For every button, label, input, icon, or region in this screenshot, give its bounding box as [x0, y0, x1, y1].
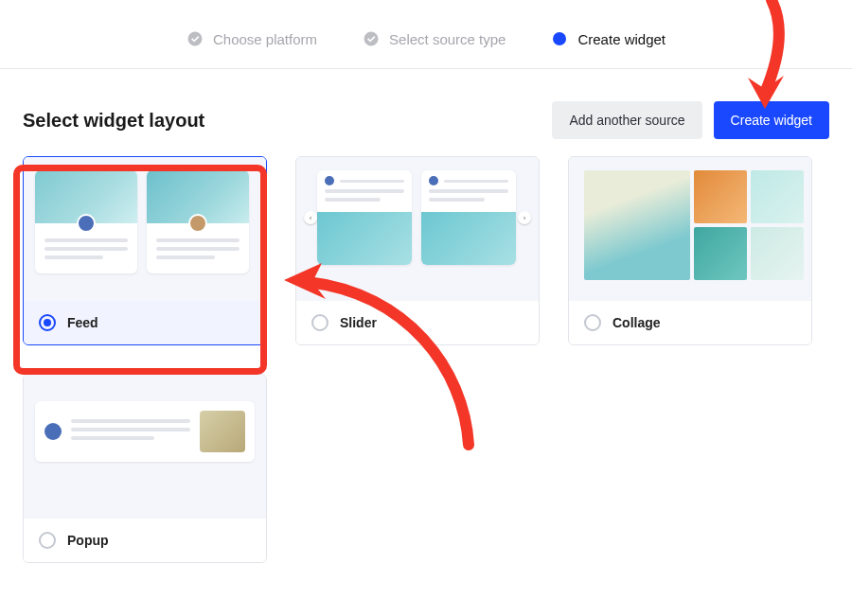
- layout-label: Slider: [340, 315, 377, 330]
- check-icon: [186, 30, 204, 47]
- create-widget-button[interactable]: Create widget: [714, 101, 829, 139]
- step-choose-platform: Choose platform: [186, 30, 317, 47]
- page-title: Select widget layout: [23, 110, 204, 132]
- layout-label: Popup: [67, 533, 109, 548]
- add-source-button[interactable]: Add another source: [552, 101, 701, 139]
- step-select-source: Select source type: [363, 30, 506, 47]
- layout-label: Feed: [67, 315, 98, 330]
- header-row: Select widget layout Add another source …: [0, 69, 852, 156]
- step-label: Create widget: [577, 31, 666, 47]
- step-label: Choose platform: [213, 31, 317, 47]
- layout-preview: ‹ ›: [296, 157, 539, 301]
- chevron-right-icon: ›: [518, 211, 531, 224]
- layout-preview: [569, 157, 811, 301]
- active-dot-icon: [551, 30, 568, 47]
- layout-grid: Feed ‹ › Slider: [0, 156, 852, 563]
- wizard-stepper: Choose platform Select source type Creat…: [0, 0, 852, 69]
- check-icon: [363, 30, 380, 47]
- radio-icon[interactable]: [584, 314, 601, 331]
- layout-label: Collage: [612, 315, 661, 330]
- layout-footer: Collage: [569, 301, 811, 344]
- step-label: Select source type: [389, 31, 506, 47]
- layout-option-collage[interactable]: Collage: [568, 156, 812, 345]
- radio-icon[interactable]: [311, 314, 328, 331]
- layout-footer: Feed: [24, 301, 266, 344]
- layout-footer: Slider: [296, 301, 539, 344]
- header-actions: Add another source Create widget: [552, 101, 829, 139]
- radio-icon[interactable]: [39, 532, 56, 549]
- step-create-widget: Create widget: [551, 30, 666, 47]
- radio-icon[interactable]: [39, 314, 56, 331]
- layout-option-popup[interactable]: Popup: [23, 374, 267, 563]
- layout-option-slider[interactable]: ‹ › Slider: [295, 156, 540, 345]
- layout-option-feed[interactable]: Feed: [23, 156, 267, 345]
- layout-preview: [24, 157, 266, 301]
- layout-preview: [24, 375, 266, 519]
- chevron-left-icon: ‹: [304, 211, 317, 224]
- layout-footer: Popup: [24, 519, 266, 562]
